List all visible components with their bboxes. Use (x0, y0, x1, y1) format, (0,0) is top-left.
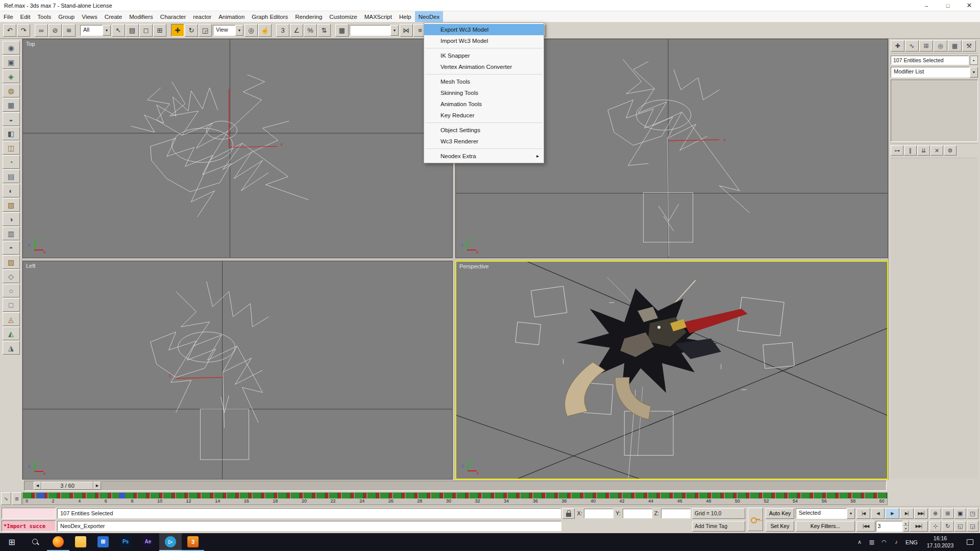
menubar-item[interactable]: Tools (34, 11, 55, 22)
go-to-end-button[interactable]: ▶▶| (914, 508, 928, 519)
neodex-menu-item[interactable]: ▸ (425, 48, 543, 48)
left-tool-11[interactable]: ◐ (3, 184, 20, 197)
menubar-item[interactable]: MAXScript (361, 11, 396, 22)
action-center-button[interactable] (960, 539, 980, 545)
neodex-menu-item[interactable]: Vertex Animation Converter ▸ (424, 61, 544, 72)
menubar-item[interactable]: Views (78, 11, 101, 22)
left-tool-22[interactable]: ◮ (3, 341, 20, 355)
timeline-options-button[interactable]: ≣ (12, 492, 22, 505)
close-button[interactable]: ✕ (959, 0, 980, 11)
viewport-top-label[interactable]: Top (26, 41, 35, 47)
remove-modifier-button[interactable]: ✕ (930, 145, 943, 156)
current-frame-field[interactable] (876, 521, 902, 532)
select-object-button[interactable]: ↖ (112, 24, 125, 37)
zoom-extents-button[interactable]: ▣ (954, 508, 966, 519)
tab-utilities[interactable]: ⚒ (962, 40, 976, 52)
tab-create[interactable]: ✚ (891, 40, 904, 52)
track-bar[interactable]: 0246810121416182022242628303234363840424… (22, 492, 888, 505)
clock[interactable]: 16:16 17.10.2023 (921, 535, 960, 548)
viewport-left-label[interactable]: Left (26, 263, 35, 269)
left-tool-3[interactable]: ◈ (3, 69, 20, 83)
select-and-scale-button[interactable]: ◲ (199, 24, 212, 37)
x-coordinate-field[interactable] (584, 509, 614, 518)
zoom-extents-all-button[interactable]: ◳ (967, 508, 978, 519)
y-coordinate-field[interactable] (623, 509, 652, 518)
angle-snap-button[interactable]: ∠ (290, 24, 303, 37)
menubar-item[interactable]: Character (157, 11, 190, 22)
left-tool-20[interactable]: ◬ (3, 312, 20, 326)
dropdown-arrow-icon[interactable]: ▼ (103, 25, 111, 36)
neodex-menu-item[interactable]: Skinning Tools ▸ (424, 87, 544, 98)
key-filters-button[interactable]: Key Filters... (796, 521, 855, 532)
pin-stack-button[interactable]: ⊶ (891, 145, 903, 156)
left-tool-5[interactable]: ▦ (3, 98, 20, 112)
left-tool-1[interactable]: ◉ (3, 41, 20, 55)
start-button[interactable]: ⊞ (0, 533, 23, 551)
maximize-button[interactable]: □ (937, 0, 959, 11)
taskbar-app-calculator[interactable]: ⊞ (92, 533, 114, 551)
neodex-menu-item[interactable]: IK Snapper ▸ (424, 50, 544, 61)
spinner-snap-button[interactable]: ⇅ (317, 24, 331, 37)
neodex-menu-item[interactable]: ▸ (425, 148, 543, 149)
percent-snap-button[interactable]: % (304, 24, 317, 37)
selection-info-button[interactable]: ▪ (970, 56, 978, 65)
mirror-button[interactable]: ⋈ (400, 24, 413, 37)
taskbar-app-firefox[interactable] (47, 533, 69, 551)
dropdown-arrow-icon[interactable]: ▼ (970, 67, 978, 78)
neodex-menu-item[interactable]: Key Reducer ▸ (424, 110, 544, 121)
zoom-all-button[interactable]: ⊞ (942, 508, 953, 519)
viewport-left[interactable]: y Left zxy (22, 261, 453, 480)
neodex-menu-item[interactable]: Wc3 Renderer ▸ (424, 136, 544, 147)
add-time-tag-button[interactable]: Add Time Tag (692, 521, 745, 532)
viewport-perspective-label[interactable]: Perspective (459, 263, 488, 269)
open-mini-curve-editor-button[interactable]: ∿ (1, 492, 11, 505)
auto-key-button[interactable]: Auto Key (766, 508, 794, 519)
bind-to-space-warp-button[interactable]: ≋ (62, 24, 76, 37)
key-mode-combo[interactable]: Selected ▼ (796, 508, 855, 519)
select-and-manipulate-button[interactable]: ☝ (258, 24, 272, 37)
battery-icon[interactable]: ▥ (866, 539, 878, 545)
volume-icon[interactable]: ♪ (890, 539, 902, 545)
left-tool-14[interactable]: ▥ (3, 227, 20, 240)
zoom-button[interactable]: ⊕ (929, 508, 941, 519)
left-tool-16[interactable]: ▨ (3, 255, 20, 269)
set-key-button[interactable]: Set Key (766, 521, 794, 532)
previous-frame-button[interactable]: ◀ (871, 508, 885, 519)
next-frame-arrow[interactable]: ▶ (93, 482, 101, 490)
reference-coordinate-system-combo[interactable]: View ▼ (213, 25, 243, 36)
tab-hierarchy[interactable]: ⊞ (919, 40, 933, 52)
time-slider-handle[interactable]: ◀ 3 / 60 ▶ (34, 482, 101, 490)
menubar-item[interactable]: Modifiers (126, 11, 157, 22)
left-tool-8[interactable]: ◫ (3, 141, 20, 155)
menubar-item[interactable]: Animation (215, 11, 248, 22)
language-indicator[interactable]: ENG (902, 539, 921, 545)
select-and-link-button[interactable]: ∞ (35, 24, 48, 37)
show-end-result-button[interactable]: ∥ (904, 145, 917, 156)
viewport-top[interactable]: x Top zxy (22, 39, 453, 258)
menubar-item[interactable]: Customize (326, 11, 360, 22)
tray-expand-icon[interactable]: ∧ (853, 539, 866, 545)
left-tool-18[interactable]: ○ (3, 284, 20, 297)
selection-filter-combo[interactable]: All ▼ (80, 25, 111, 36)
menubar-item[interactable]: Create (101, 11, 126, 22)
time-slider-track[interactable]: ◀ 3 / 60 ▶ (24, 481, 887, 491)
neodex-menu-item[interactable]: ▸ (425, 74, 543, 74)
menubar-item[interactable]: Help (396, 11, 415, 22)
viewport-perspective[interactable]: Perspective zxy (455, 261, 888, 480)
tab-modify[interactable]: ∿ (905, 40, 919, 52)
make-unique-button[interactable]: ⇊ (917, 145, 930, 156)
jump-to-start-button[interactable]: |◀◀ (856, 521, 875, 532)
taskbar-app-3dsmax[interactable]: ▷ (159, 533, 182, 551)
min-max-toggle-button[interactable]: ◲ (967, 521, 978, 532)
neodex-menu-item[interactable]: Animation Tools ▸ (424, 98, 544, 110)
left-tool-12[interactable]: ▧ (3, 198, 20, 212)
maxscript-listener-field[interactable]: *Import succe (2, 520, 56, 532)
z-coordinate-field[interactable] (661, 509, 691, 518)
frame-spinner[interactable]: ▲▼ (903, 521, 909, 532)
tab-display[interactable]: ▦ (948, 40, 962, 52)
left-tool-2[interactable]: ▣ (3, 55, 20, 69)
taskbar-app-photoshop[interactable]: Ps (114, 533, 137, 551)
edit-named-selections-button[interactable]: ▦ (335, 24, 349, 37)
region-zoom-button[interactable]: ◱ (954, 521, 966, 532)
left-tool-7[interactable]: ◧ (3, 127, 20, 140)
